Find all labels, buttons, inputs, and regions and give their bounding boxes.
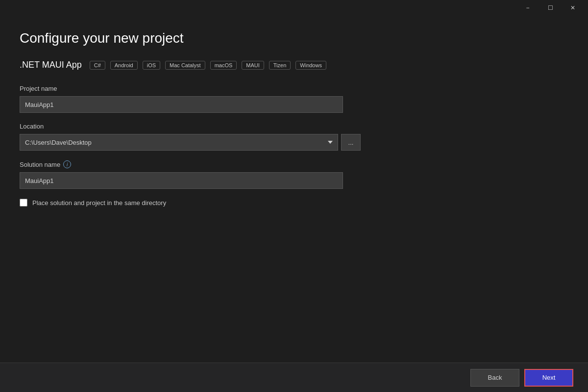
same-directory-checkbox[interactable] [20, 199, 27, 207]
minimize-button[interactable]: − [516, 0, 539, 16]
solution-name-info-icon[interactable]: i [63, 160, 71, 168]
bottom-bar: Back Next [0, 363, 588, 392]
location-select[interactable]: C:\Users\Dave\Desktop [20, 134, 338, 151]
template-row: .NET MAUI App C# Android iOS Mac Catalys… [20, 60, 568, 70]
tag-mac-catalyst: Mac Catalyst [165, 61, 205, 70]
project-name-input[interactable] [20, 96, 343, 113]
close-button[interactable]: ✕ [562, 0, 584, 16]
main-content: Configure your new project .NET MAUI App… [0, 16, 588, 221]
location-section: Location C:\Users\Dave\Desktop ... [20, 123, 568, 151]
location-row: C:\Users\Dave\Desktop ... [20, 134, 568, 151]
template-name: .NET MAUI App [20, 60, 82, 70]
tag-tizen: Tizen [269, 61, 291, 70]
tag-maui: MAUI [242, 61, 264, 70]
tag-windows: Windows [295, 61, 326, 70]
tag-csharp: C# [90, 61, 105, 70]
maximize-button[interactable]: ☐ [539, 0, 562, 16]
page-title: Configure your new project [20, 30, 568, 46]
title-bar: − ☐ ✕ [0, 0, 588, 16]
next-button[interactable]: Next [524, 369, 573, 387]
project-name-label: Project name [20, 85, 568, 92]
tag-ios: iOS [143, 61, 160, 70]
solution-name-input[interactable] [20, 172, 343, 189]
browse-button[interactable]: ... [341, 134, 361, 151]
solution-name-label-row: Solution name i [20, 160, 568, 168]
same-directory-row: Place solution and project in the same d… [20, 199, 568, 207]
back-button[interactable]: Back [470, 369, 519, 387]
tag-android: Android [110, 61, 138, 70]
tag-macos: macOS [210, 61, 237, 70]
location-label: Location [20, 123, 568, 130]
solution-name-section: Solution name i [20, 160, 568, 189]
project-name-section: Project name [20, 85, 568, 113]
same-directory-label: Place solution and project in the same d… [32, 199, 166, 207]
solution-name-label: Solution name [20, 161, 60, 168]
